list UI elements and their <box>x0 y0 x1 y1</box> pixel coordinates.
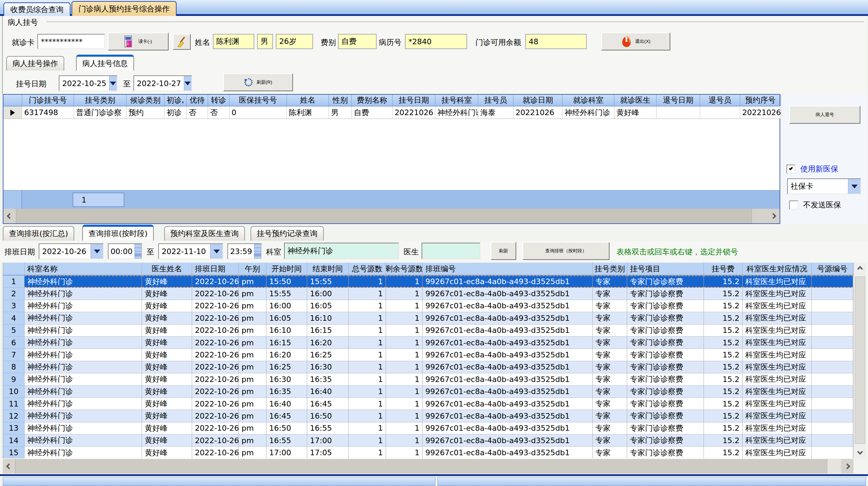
schedule-row[interactable]: 8神经外科门诊黄好峰2022-10-26pm16:2516:301199267c… <box>3 361 853 373</box>
scroll-left-icon[interactable] <box>3 459 15 474</box>
schedule-row[interactable]: 13神经外科门诊黄好峰2022-10-26pm16:5016:551199267… <box>3 422 853 434</box>
tab-schedule-summary[interactable]: 查询排班(按汇总) <box>3 226 74 241</box>
column-header[interactable]: 剩余号源数 <box>386 263 423 275</box>
column-header[interactable]: 初诊, <box>164 95 187 106</box>
schedule-row[interactable]: 4神经外科门诊黄好峰2022-10-26pm16:0516:101199267c… <box>3 312 853 324</box>
schedule-row[interactable]: 10神经外科门诊黄好峰2022-10-26pm16:3516:401199267… <box>3 386 853 398</box>
schedule-row[interactable]: 3神经外科门诊黄好峰2022-10-26pm16:0016:051199267c… <box>3 300 853 312</box>
table-row[interactable]: 6317498普通门诊诊察预约初诊否否0陈利渊男自费20221026神经外科门诊… <box>3 106 780 119</box>
schedule-query-button[interactable]: 查询排班（按时段） <box>522 242 610 260</box>
column-header[interactable]: 转诊 <box>208 95 229 106</box>
scroll-right-icon[interactable] <box>767 209 780 223</box>
cell: 16:05 <box>266 312 307 324</box>
registration-grid-hscrollbar[interactable] <box>3 209 780 223</box>
column-header[interactable]: 总号源数 <box>349 263 386 275</box>
scrollbar-thumb[interactable] <box>855 277 865 444</box>
tab-outpatient-appointment[interactable]: 门诊病人预约挂号综合操作 <box>72 1 177 16</box>
schedule-date-to-combo[interactable]: 2022-11-10 <box>158 243 223 259</box>
scroll-up-icon[interactable] <box>854 263 866 275</box>
patient-refund-button[interactable]: 病人退号 <box>789 106 860 124</box>
doctor-input[interactable] <box>422 243 480 259</box>
spin-up-icon[interactable] <box>134 244 142 251</box>
schedule-date-from-combo[interactable]: 2022-10-26 <box>39 243 104 259</box>
column-header[interactable]: 费别名称 <box>352 95 393 106</box>
use-new-insurance-checkbox[interactable] <box>786 165 795 174</box>
schedule-row[interactable]: 15神经外科门诊黄好峰2022-10-26pm17:0017:051199267… <box>3 447 853 458</box>
dropdown-arrow-icon[interactable] <box>184 76 191 91</box>
column-header[interactable]: 优待 <box>187 95 208 106</box>
schedule-grid-hscrollbar[interactable] <box>3 459 853 474</box>
scroll-left-icon[interactable] <box>3 209 16 223</box>
column-header[interactable]: 姓名 <box>287 95 329 106</box>
schedule-row[interactable]: 6神经外科门诊黄好峰2022-10-26pm16:1516:201199267c… <box>3 337 853 349</box>
column-header[interactable]: 候诊类别 <box>126 95 164 106</box>
card-type-combo[interactable]: 社保卡 <box>787 178 861 194</box>
column-header[interactable]: 就诊日期 <box>513 95 563 106</box>
spin-down-icon[interactable] <box>254 251 261 259</box>
column-header[interactable]: 医生姓名 <box>142 263 192 275</box>
column-header[interactable]: 挂号科室 <box>435 95 478 106</box>
column-header[interactable]: 挂号费 <box>704 263 743 275</box>
tab-schedule-timeslot[interactable]: 查询排班(按时段) <box>82 225 154 241</box>
reg-refresh-button[interactable]: 刷新(R) <box>223 73 293 91</box>
column-header[interactable]: 号源编号 <box>812 263 853 275</box>
dropdown-arrow-icon[interactable] <box>210 244 223 259</box>
tab-cashier-query[interactable]: 收费员综合查询 <box>3 2 70 16</box>
column-header[interactable]: 挂号项目 <box>627 263 704 275</box>
schedule-row[interactable]: 7神经外科门诊黄好峰2022-10-26pm16:2016:251199267c… <box>3 349 853 361</box>
tab-dept-doctor-query[interactable]: 预约科室及医生查询 <box>164 226 245 241</box>
column-header[interactable]: 挂号员 <box>478 95 513 106</box>
column-header[interactable]: 挂号类别 <box>593 263 627 275</box>
scroll-right-icon[interactable] <box>841 459 853 474</box>
column-header[interactable]: 排班编号 <box>423 263 593 275</box>
column-header[interactable]: 门诊挂号号 <box>22 95 74 106</box>
column-header[interactable]: 结束时间 <box>307 263 349 275</box>
column-header[interactable]: 科室名称 <box>25 263 142 275</box>
schedule-row[interactable]: 14神经外科门诊黄好峰2022-10-26pm16:5517:001199267… <box>3 434 853 447</box>
column-header[interactable]: 医保挂号号 <box>229 95 287 106</box>
dropdown-arrow-icon[interactable] <box>109 76 117 91</box>
spin-up-icon[interactable] <box>254 244 261 251</box>
column-header[interactable]: 午别 <box>239 263 266 275</box>
schedule-row[interactable]: 12神经外科门诊黄好峰2022-10-26pm16:4516:501199267… <box>3 410 853 422</box>
scrollbar-thumb[interactable] <box>15 459 827 474</box>
tab-registration-operate[interactable]: 病人挂号操作 <box>6 56 64 71</box>
card-number-input[interactable]: *********** <box>37 34 105 49</box>
column-header[interactable]: 就诊科室 <box>563 95 614 106</box>
scrollbar-thumb[interactable] <box>16 209 752 223</box>
column-header[interactable]: 科室医生对应情况 <box>743 263 812 275</box>
column-header[interactable]: 退号日期 <box>657 95 700 106</box>
schedule-grid-vscrollbar[interactable] <box>853 263 866 458</box>
spin-down-icon[interactable] <box>134 251 142 259</box>
column-header[interactable]: 退号员 <box>700 95 740 106</box>
schedule-row[interactable]: 2神经外科门诊黄好峰2022-10-26pm15:5516:001199267c… <box>3 288 853 300</box>
read-card-button[interactable]: 读卡(-) <box>108 32 169 50</box>
cell: 99267c01-ec8a-4a0b-a493-d3525db1 <box>423 422 593 434</box>
scroll-down-icon[interactable] <box>854 445 866 458</box>
schedule-row[interactable]: 11神经外科门诊黄好峰2022-10-26pm16:4016:451199267… <box>3 398 853 410</box>
column-header[interactable]: 预约序号 <box>740 95 781 106</box>
column-header[interactable]: 挂号日期 <box>393 95 435 106</box>
column-header[interactable]: 排班日期 <box>192 263 239 275</box>
schedule-row[interactable]: 5神经外科门诊黄好峰2022-10-26pm16:1016:151199267c… <box>3 325 853 337</box>
column-header[interactable]: 就诊医生 <box>614 95 657 106</box>
schedule-time-to-spinner[interactable]: 23:59 <box>227 243 262 259</box>
tab-registration-info[interactable]: 病人挂号信息 <box>76 55 134 71</box>
reg-date-to-combo[interactable]: 2022-10-27 <box>133 75 192 91</box>
clear-button[interactable] <box>173 34 191 50</box>
cell: 16:50 <box>266 422 307 434</box>
schedule-refresh-button[interactable]: 刷新 <box>491 242 516 260</box>
dropdown-arrow-icon[interactable] <box>91 244 103 259</box>
tab-appointment-record-query[interactable]: 挂号预约记录查询 <box>251 226 324 241</box>
exit-button[interactable]: 退出(X) <box>601 32 670 50</box>
reg-date-from-combo[interactable]: 2022-10-25 <box>59 75 117 91</box>
no-send-insurance-checkbox[interactable] <box>789 200 798 209</box>
schedule-row[interactable]: 9神经外科门诊黄好峰2022-10-26pm16:3016:351199267c… <box>3 373 853 385</box>
column-header[interactable]: 挂号类别 <box>74 95 126 106</box>
column-header[interactable]: 性别 <box>329 95 352 106</box>
dept-input[interactable]: 神经外科门诊 <box>284 243 399 259</box>
schedule-time-from-spinner[interactable]: 00:00 <box>108 243 142 259</box>
column-header[interactable]: 开始时间 <box>266 263 307 275</box>
schedule-row[interactable]: 1神经外科门诊黄好峰2022-10-26pm15:5015:551199267c… <box>3 275 853 288</box>
dropdown-arrow-icon[interactable] <box>848 179 860 194</box>
